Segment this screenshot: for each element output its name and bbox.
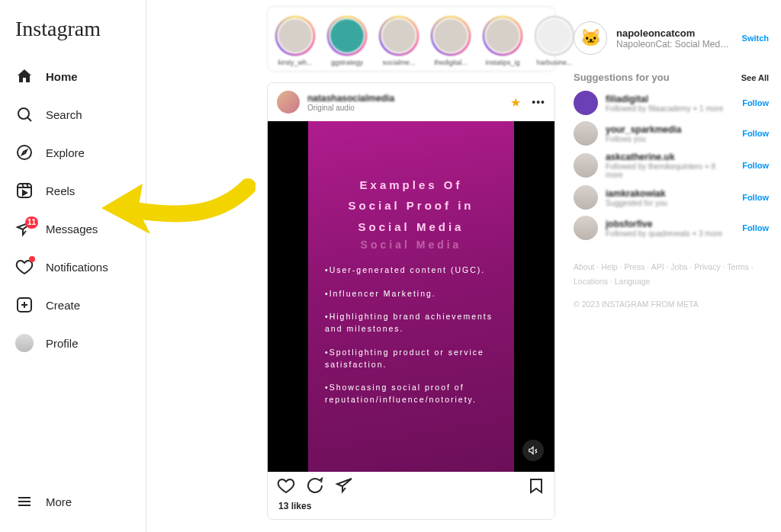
nav-home[interactable]: Home: [9, 58, 138, 95]
suggestion-username[interactable]: askcatherine.uk: [606, 152, 734, 162]
suggestion-sub: Followed by themikequintero + 8 more: [606, 162, 734, 179]
messages-badge: 11: [25, 216, 38, 229]
favorite-star-icon[interactable]: ★: [510, 95, 521, 110]
post-author-avatar[interactable]: [277, 91, 300, 114]
account-switcher: 🐱 napoleoncatcom NapoleonCat: Social Med…: [574, 21, 769, 55]
story-item[interactable]: socialme...: [378, 16, 420, 66]
nav-label: Explore: [46, 146, 85, 159]
suggestion-avatar[interactable]: [574, 216, 598, 240]
profile-avatar-icon: [15, 334, 34, 352]
nav-search[interactable]: Search: [9, 96, 138, 133]
sidebar: Instagram Home Search Explore Reels: [0, 0, 146, 532]
svg-line-1: [27, 117, 31, 121]
search-icon: [15, 105, 34, 123]
nav-label: Notifications: [46, 261, 108, 274]
footer-link[interactable]: Help: [601, 262, 618, 271]
suggestion-avatar[interactable]: [574, 153, 598, 178]
post-audio-label[interactable]: Original audio: [307, 104, 394, 112]
follow-button[interactable]: Follow: [742, 98, 769, 107]
suggestion-avatar[interactable]: [574, 121, 598, 146]
suggestion-username[interactable]: jobsforfive: [606, 219, 722, 229]
suggestion-avatar[interactable]: [574, 91, 598, 115]
nav-explore[interactable]: Explore: [9, 134, 138, 171]
suggestion-sub: Follows you: [606, 135, 681, 143]
footer-link[interactable]: About: [574, 262, 594, 271]
mute-toggle[interactable]: [522, 440, 544, 461]
see-all-link[interactable]: See All: [741, 73, 769, 82]
post-author-name[interactable]: natashasocialmedia: [307, 93, 394, 104]
follow-button[interactable]: Follow: [742, 161, 769, 170]
feed-post: natashasocialmedia Original audio ★ ••• …: [267, 82, 555, 520]
svg-marker-3: [22, 150, 27, 155]
likes-count[interactable]: 13 likes: [268, 499, 554, 519]
nav-label: Home: [46, 70, 78, 83]
suggestion-row: iamkrakowiakSuggested for you Follow: [574, 185, 769, 210]
svg-rect-4: [18, 184, 31, 197]
story-item[interactable]: harbusine...: [533, 16, 576, 66]
account-fullname: NapoleonCat: Social Media …: [616, 39, 731, 50]
nav-reels[interactable]: Reels: [9, 172, 138, 209]
hamburger-icon: [15, 492, 34, 511]
account-username[interactable]: napoleoncatcom: [616, 27, 731, 39]
footer-link[interactable]: API: [651, 262, 664, 271]
footer-link[interactable]: Locations: [574, 277, 608, 286]
suggestion-row: askcatherine.ukFollowed by themikequinte…: [574, 152, 769, 179]
suggestion-sub: Suggested for you: [606, 199, 667, 207]
follow-button[interactable]: Follow: [742, 193, 769, 202]
post-more-icon[interactable]: •••: [532, 96, 545, 108]
right-rail: 🐱 napoleoncatcom NapoleonCat: Social Med…: [574, 21, 769, 309]
post-actions: [268, 472, 554, 499]
like-button[interactable]: [277, 476, 295, 498]
footer-link[interactable]: Press: [625, 262, 645, 271]
svg-point-0: [18, 108, 29, 119]
share-button[interactable]: [335, 476, 353, 498]
footer-link[interactable]: Language: [615, 277, 651, 286]
svg-point-2: [18, 146, 31, 159]
nav-create[interactable]: Create: [9, 287, 138, 323]
suggestion-username[interactable]: your_sparkmedia: [606, 124, 681, 135]
footer-link[interactable]: Privacy: [694, 262, 720, 271]
footer-link[interactable]: Terms: [727, 262, 749, 271]
nav-list: Home Search Explore Reels 11 Mes: [9, 58, 138, 361]
footer-link[interactable]: Jobs: [670, 262, 687, 271]
messages-icon: 11: [15, 220, 34, 238]
nav-label: Create: [46, 299, 80, 312]
suggestion-row: your_sparkmediaFollows you Follow: [574, 121, 769, 146]
follow-button[interactable]: Follow: [742, 223, 769, 232]
story-item[interactable]: instatips_ig: [481, 16, 524, 66]
reel-content: Examples Of Social Proof in Social Media…: [308, 121, 514, 472]
suggestion-username[interactable]: filiadigital: [606, 94, 723, 104]
nav-label: More: [46, 495, 72, 508]
suggestions-title: Suggestions for you: [574, 72, 670, 83]
stories-tray[interactable]: kirsty_wh... ggstrategy socialme... thed…: [267, 6, 555, 72]
notification-dot: [29, 256, 35, 262]
suggestions-header: Suggestions for you See All: [574, 72, 769, 83]
suggestion-sub: Followed by filiaacademy + 1 more: [606, 104, 723, 113]
suggestion-username[interactable]: iamkrakowiak: [606, 188, 667, 199]
nav-messages[interactable]: 11 Messages: [9, 210, 138, 247]
nav-label: Search: [46, 108, 82, 121]
reels-icon: [15, 181, 34, 200]
suggestion-sub: Followed by quadreveals + 3 more: [606, 229, 722, 238]
story-item[interactable]: kirsty_wh...: [274, 16, 317, 66]
comment-button[interactable]: [306, 476, 324, 498]
follow-button[interactable]: Follow: [742, 129, 769, 138]
suggestion-avatar[interactable]: [574, 185, 598, 210]
story-item[interactable]: ggstrategy: [326, 16, 368, 66]
post-media[interactable]: Examples Of Social Proof in Social Media…: [268, 121, 554, 472]
instagram-logo[interactable]: Instagram: [9, 14, 138, 58]
switch-account-link[interactable]: Switch: [742, 34, 769, 43]
svg-marker-8: [23, 191, 27, 195]
nav-notifications[interactable]: Notifications: [9, 248, 138, 285]
nav-label: Reels: [46, 184, 75, 197]
post-header: natashasocialmedia Original audio ★ •••: [268, 83, 554, 121]
nav-more[interactable]: More: [9, 483, 138, 520]
save-button[interactable]: [527, 476, 545, 498]
story-item[interactable]: thedigital...: [429, 16, 472, 66]
compass-icon: [15, 143, 34, 162]
suggestion-row: jobsforfiveFollowed by quadreveals + 3 m…: [574, 216, 769, 240]
footer-links: About · Help · Press · API · Jobs · Priv…: [574, 260, 769, 289]
footer-copyright: © 2023 INSTAGRAM FROM META: [574, 300, 769, 309]
account-avatar[interactable]: 🐱: [574, 21, 607, 55]
nav-profile[interactable]: Profile: [9, 325, 138, 361]
